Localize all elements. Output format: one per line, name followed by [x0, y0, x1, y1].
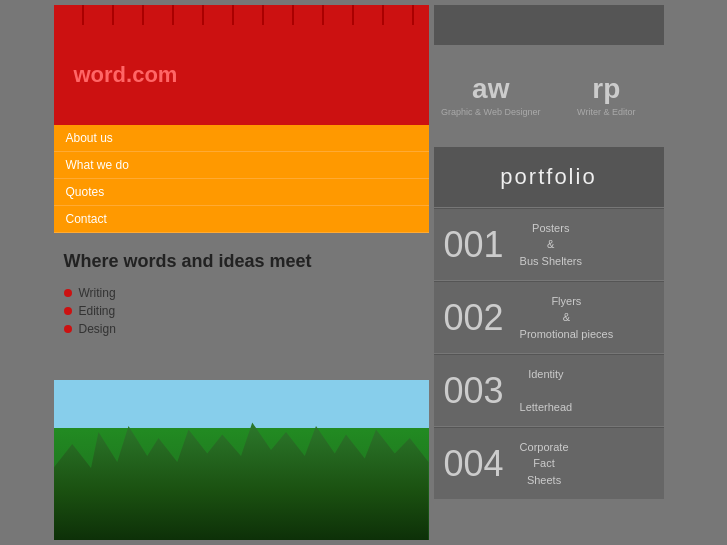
- portfolio-item-002[interactable]: 002 Flyers & Promotional pieces: [434, 281, 664, 353]
- bullet-list: Writing Editing Design: [64, 286, 419, 336]
- avatar-row: aw Graphic & Web Designer rp Writer & Ed…: [434, 46, 664, 146]
- portfolio-desc-003: Identity Letterhead: [520, 366, 573, 416]
- nav-item-contact[interactable]: Contact: [54, 206, 429, 233]
- portfolio-item-001[interactable]: 001 Posters & Bus Shelters: [434, 208, 664, 280]
- right-column: aw Graphic & Web Designer rp Writer & Ed…: [434, 5, 664, 540]
- avatar-rp[interactable]: rp Writer & Editor: [549, 46, 664, 146]
- portfolio-header: portfolio: [434, 147, 664, 207]
- portfolio-title: portfolio: [500, 164, 596, 190]
- tagline: Where words and ideas meet: [64, 251, 419, 272]
- portfolio-item-003[interactable]: 003 Identity Letterhead: [434, 354, 664, 426]
- avatar-rp-title: Writer & Editor: [577, 107, 635, 117]
- bullet-design: Design: [64, 322, 419, 336]
- top-bar: [434, 5, 664, 45]
- brand-block: word.com: [54, 25, 429, 125]
- forest-trees-overlay: [54, 420, 429, 540]
- brand-name: word.com: [74, 62, 178, 88]
- bullet-dot-writing: [64, 289, 72, 297]
- bullet-writing: Writing: [64, 286, 419, 300]
- avatar-rp-initials: rp: [592, 75, 620, 103]
- portfolio-number-001: 001: [444, 224, 504, 266]
- main-container: word.com About us What we do Quotes Cont…: [54, 5, 674, 540]
- bullet-dot-editing: [64, 307, 72, 315]
- portfolio-number-003: 003: [444, 370, 504, 412]
- tagline-block: Where words and ideas meet Writing Editi…: [54, 233, 429, 380]
- forest-image: [54, 380, 429, 540]
- bullet-dot-design: [64, 325, 72, 333]
- portfolio-desc-004: Corporate Fact Sheets: [520, 439, 569, 489]
- nav-item-quotes[interactable]: Quotes: [54, 179, 429, 206]
- left-column: word.com About us What we do Quotes Cont…: [54, 5, 429, 540]
- portfolio-number-002: 002: [444, 297, 504, 339]
- portfolio-desc-001: Posters & Bus Shelters: [520, 220, 582, 270]
- portfolio-number-004: 004: [444, 443, 504, 485]
- avatar-aw-title: Graphic & Web Designer: [441, 107, 540, 117]
- avatar-aw-initials: aw: [472, 75, 509, 103]
- nav-item-about[interactable]: About us: [54, 125, 429, 152]
- nav-block: About us What we do Quotes Contact: [54, 125, 429, 233]
- header-stripe: [54, 5, 429, 25]
- page-outer: word.com About us What we do Quotes Cont…: [0, 0, 727, 545]
- avatar-aw[interactable]: aw Graphic & Web Designer: [434, 46, 549, 146]
- portfolio-desc-002: Flyers & Promotional pieces: [520, 293, 614, 343]
- bullet-editing: Editing: [64, 304, 419, 318]
- top-bar-row: [434, 5, 664, 45]
- nav-item-whatwedo[interactable]: What we do: [54, 152, 429, 179]
- portfolio-item-004[interactable]: 004 Corporate Fact Sheets: [434, 427, 664, 499]
